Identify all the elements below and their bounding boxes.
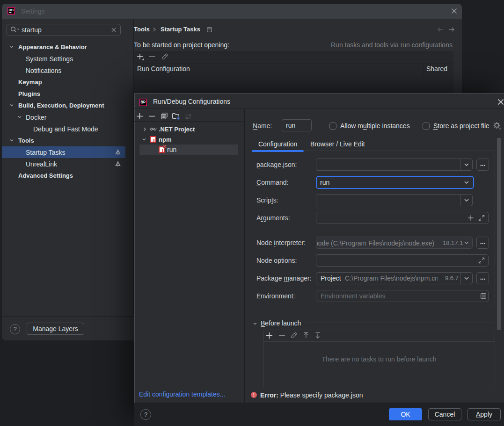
svg-text:z: z <box>189 116 191 120</box>
svg-text:a: a <box>189 113 191 116</box>
svg-text:RD: RD <box>141 100 146 104</box>
svg-text:RD: RD <box>9 8 14 12</box>
